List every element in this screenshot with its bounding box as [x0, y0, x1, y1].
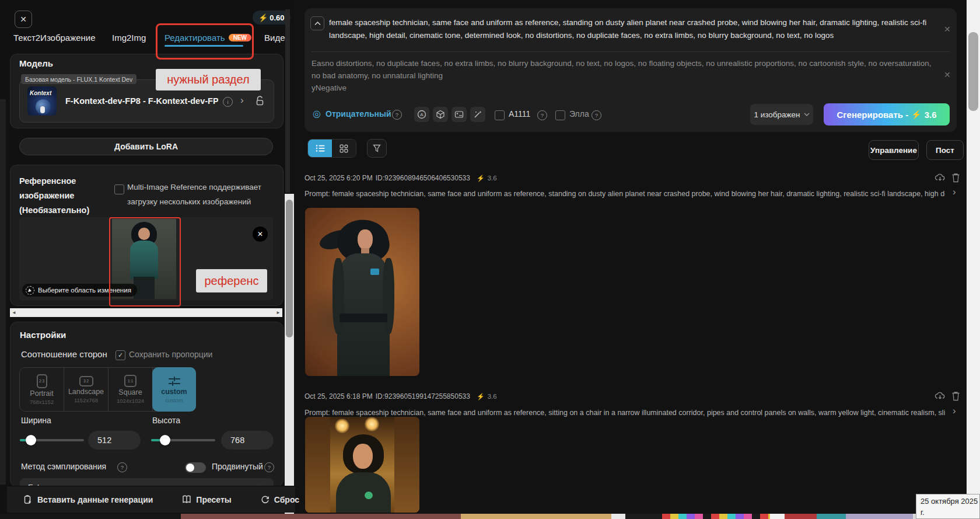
left-panel-scrollbar-thumb[interactable] [286, 200, 293, 337]
taskbar-strip [181, 514, 461, 519]
multi-image-reference-text: Multi-Image Reference поддерживает загру… [127, 180, 275, 209]
svg-text:A: A [420, 112, 424, 117]
image-info-icon[interactable] [452, 107, 467, 122]
base-model-badge: Базовая модель - FLUX.1 Kontext Dev [21, 74, 136, 84]
aspect-ratio-options: 2:3 Portrait 768x1152 3:2 Landscape 1152… [19, 367, 196, 412]
download-result-icon[interactable] [935, 391, 946, 401]
keep-proportions-checkbox[interactable]: ✓ [116, 350, 125, 360]
delete-result-icon[interactable] [951, 391, 960, 401]
bolt-icon: ⚡ [477, 175, 485, 182]
list-view-button[interactable] [308, 140, 332, 157]
taskbar-strip [817, 514, 846, 519]
height-slider-thumb[interactable] [160, 435, 170, 445]
advanced-toggle[interactable] [185, 462, 206, 473]
main-scrollbar-thumb[interactable] [968, 32, 978, 111]
width-slider-thumb[interactable] [26, 435, 36, 445]
result-prompt[interactable]: Prompt: female spaceship technician, sam… [304, 409, 945, 417]
expand-result-icon[interactable]: › [953, 188, 956, 196]
ella-help-icon[interactable]: ? [592, 110, 601, 120]
collapse-prompt-button[interactable] [310, 16, 324, 30]
insert-generation-data-button[interactable]: Вставить данные генерации [23, 495, 153, 504]
model-unlock-icon[interactable] [256, 96, 264, 106]
model-thumbnail[interactable]: Kontext [27, 86, 57, 116]
model-thumb-astronaut [40, 106, 45, 113]
result-id: ID:9239608946506406530533 [376, 174, 470, 182]
select-area-icon [26, 286, 34, 295]
height-value-field[interactable]: 768 [221, 431, 274, 450]
select-edit-area-button[interactable]: Выберите область изменения [22, 284, 137, 297]
width-label: Ширина [21, 416, 51, 425]
multi-image-reference-checkbox[interactable] [114, 184, 124, 194]
taskbar-strip [611, 514, 625, 519]
aspect-option-square[interactable]: 1:1 Square 1024x1024 [108, 368, 153, 411]
post-button[interactable]: Пост [926, 140, 964, 160]
height-label: Высота [152, 416, 180, 425]
model-info-icon[interactable]: i [223, 97, 233, 107]
refresh-icon [261, 495, 270, 504]
magic-wand-icon[interactable] [470, 107, 485, 122]
custom-sliders-icon [168, 376, 181, 386]
negative-prompt-input[interactable]: Easno distortions, no duplicate faces, n… [312, 57, 933, 94]
square-ratio-icon: 1:1 [124, 375, 136, 387]
translate-icon[interactable]: A [414, 107, 429, 122]
image-art [305, 208, 419, 376]
result-id: ID:9239605199147255850533 [376, 392, 470, 400]
clear-prompt-icon[interactable]: ✕ [944, 25, 951, 34]
new-badge: NEW [229, 34, 251, 41]
presets-button[interactable]: Пресеты [182, 495, 231, 504]
aspect-option-custom[interactable]: custom custom [152, 367, 196, 412]
landscape-ratio-icon: 3:2 [79, 376, 93, 386]
manage-button[interactable]: Управление [869, 140, 919, 160]
expand-result-icon[interactable]: › [953, 407, 956, 415]
generate-button[interactable]: Сгенерировать - ⚡3.6 [824, 103, 950, 126]
sampler-help-icon[interactable]: ? [117, 462, 127, 472]
clear-negative-icon[interactable]: ✕ [944, 70, 951, 79]
left-footer-bar: Вставить данные генерации Пресеты Сброс [7, 486, 295, 513]
settings-title: Настройки [20, 330, 66, 340]
ella-checkbox[interactable] [555, 110, 565, 120]
reset-button[interactable]: Сброс [261, 495, 299, 504]
cube-icon[interactable] [433, 107, 448, 122]
close-button[interactable]: ✕ [15, 11, 32, 28]
paste-icon [23, 495, 33, 504]
download-result-icon[interactable] [935, 173, 946, 183]
taskbar-strip [0, 514, 181, 519]
taskbar-strip [785, 514, 817, 519]
negative-toggle-label[interactable]: Отрицательный [326, 109, 391, 119]
bolt-icon: ⚡ [258, 13, 268, 22]
tab-img2img[interactable]: Img2Img [112, 33, 146, 43]
scroll-right-arrow-icon[interactable]: ► [276, 310, 281, 315]
delete-result-icon[interactable] [951, 173, 960, 183]
left-edge-sliver [0, 99, 6, 485]
prompt-input[interactable]: female spaceship technician, same face a… [329, 16, 931, 42]
model-chevron-right-icon[interactable]: › [240, 96, 244, 105]
left-panel-horizontal-scrollbar[interactable]: ◄ ► [10, 308, 282, 317]
result-meta: Oct 25, 2025 6:18 PM ID:9239605199147255… [304, 392, 497, 400]
aspect-option-landscape[interactable]: 3:2 Landscape 1152x768 [64, 368, 108, 411]
credits-badge[interactable]: ⚡0.60 [253, 11, 290, 25]
image-count-dropdown[interactable]: 1 изображен [750, 104, 813, 125]
filter-button[interactable] [367, 139, 387, 158]
ella-label: Элла [569, 109, 589, 119]
aspect-option-portrait[interactable]: 2:3 Portrait 768x1152 [20, 368, 64, 411]
a1111-checkbox[interactable] [495, 110, 505, 120]
tab-edit[interactable]: РедактироватьNEW [164, 33, 251, 43]
grid-view-button[interactable] [332, 140, 356, 157]
advanced-help-icon[interactable]: ? [264, 462, 274, 472]
add-lora-button[interactable]: Добавить LoRA [19, 138, 273, 155]
advanced-label: Продвинутый [212, 462, 263, 471]
negative-help-icon[interactable]: ? [392, 110, 402, 120]
generated-image-2[interactable] [305, 417, 419, 513]
scroll-left-arrow-icon[interactable]: ◄ [12, 310, 16, 315]
result-prompt[interactable]: Prompt: female spaceship technician, sam… [304, 190, 945, 198]
width-value-field[interactable]: 512 [88, 431, 141, 450]
reference-figure-face [138, 228, 150, 240]
a1111-label: A1111 [509, 109, 530, 119]
remove-reference-button[interactable]: ✕ [253, 227, 268, 242]
generated-image-1[interactable] [305, 208, 419, 376]
close-icon: ✕ [257, 230, 263, 238]
negative-target-icon[interactable]: ◎ [313, 108, 321, 119]
a1111-help-icon[interactable]: ? [537, 110, 547, 120]
tab-text2image[interactable]: Текст2Изображение [13, 33, 96, 43]
annotation-reference-label: референс [196, 269, 267, 292]
